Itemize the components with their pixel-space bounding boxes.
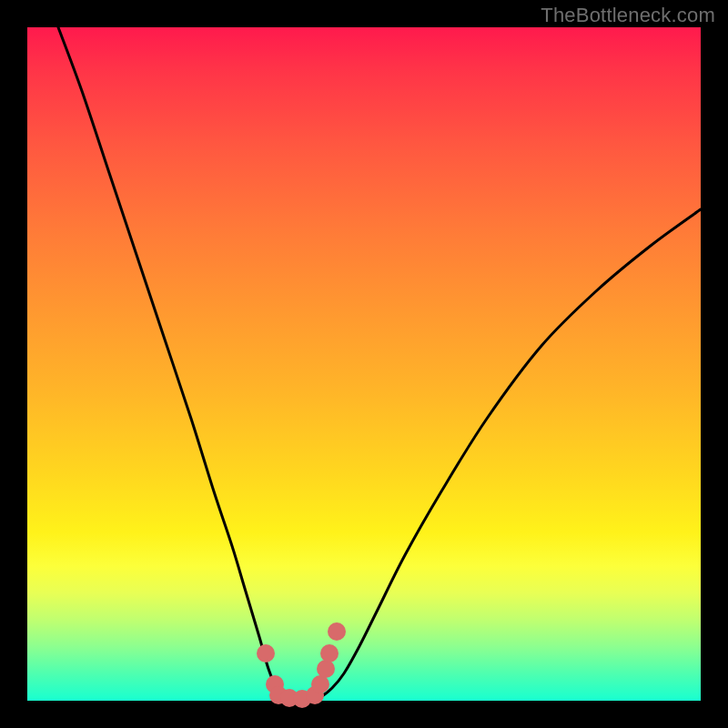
marker-dot (328, 622, 346, 641)
marker-dot (317, 660, 335, 678)
marker-dot (320, 644, 339, 662)
curve-markers (257, 622, 346, 708)
bottleneck-curve (58, 27, 701, 700)
marker-dot (311, 675, 329, 693)
chart-frame: TheBottleneck.com (0, 0, 728, 728)
marker-dot (257, 644, 275, 662)
watermark-text: TheBottleneck.com (541, 4, 715, 27)
curve-layer (0, 0, 728, 728)
